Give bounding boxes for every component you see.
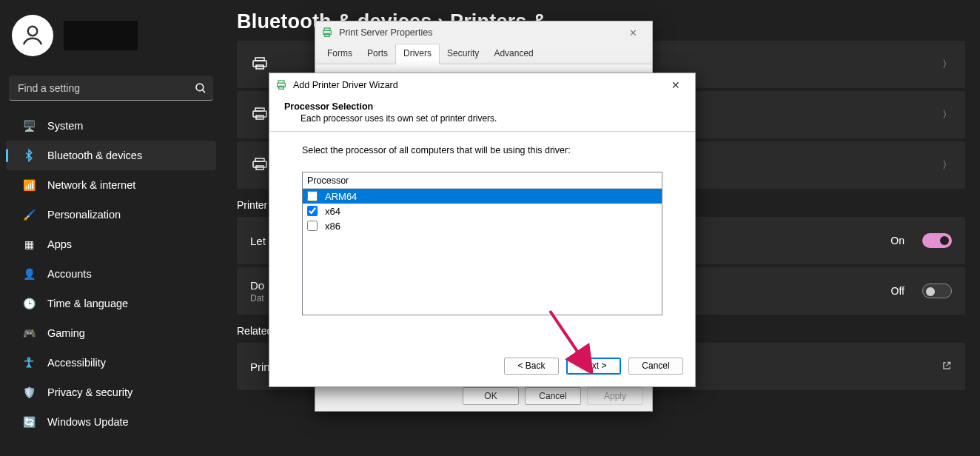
sidebar-item-accessibility[interactable]: Accessibility [6,348,216,378]
sidebar-item-label: Apps [47,238,72,250]
sidebar-item-label: Time & language [47,298,128,309]
processor-item-x64[interactable]: x64 [303,204,662,218]
network-icon: 📶 [22,178,36,192]
processor-label: x64 [325,206,340,217]
svg-point-1 [196,84,204,91]
svg-rect-10 [253,161,266,167]
wizard-back-button[interactable]: < Back [504,358,559,375]
processor-item-arm64[interactable]: ARM64 [303,189,662,204]
sidebar-item-gaming[interactable]: 🎮Gaming [6,318,216,348]
processor-label: x86 [325,221,340,232]
psp-tab-ports[interactable]: Ports [360,44,395,64]
printer-icon [250,57,271,72]
sidebar-item-update[interactable]: 🔄Windows Update [6,407,216,437]
printer-icon [275,79,287,91]
bluetooth-icon [22,149,36,162]
wizard-body: Select the processor of all computers th… [269,132,695,345]
search-row [9,76,213,101]
wizard-subheading: Each processor uses its own set of print… [301,113,680,124]
sidebar-item-label: System [47,120,83,132]
chevron-right-icon: 〉 [942,108,952,121]
wizard-title: Add Printer Driver Wizard [293,80,655,90]
psp-apply-button[interactable]: Apply [587,387,643,405]
avatar [12,15,53,56]
svg-rect-17 [279,86,284,89]
pref-row-1-toggle[interactable] [922,233,952,248]
processor-checkbox-arm64[interactable] [307,191,318,201]
processor-checkbox-x64[interactable] [307,206,318,216]
wizard-header: Processor Selection Each processor uses … [269,97,695,131]
accessibility-icon [22,356,36,369]
psp-tab-advanced[interactable]: Advanced [486,44,540,64]
sidebar-item-label: Bluetooth & devices [47,150,142,161]
wizard-titlebar[interactable]: Add Printer Driver Wizard ✕ [269,73,695,97]
sidebar-item-accounts[interactable]: 👤Accounts [6,259,216,289]
svg-rect-7 [253,111,266,117]
printer-icon [250,158,271,172]
psp-ok-button[interactable]: OK [463,387,519,405]
pref-row-2-sub: Dat [250,293,264,304]
timelang-icon: 🕒 [22,297,36,310]
sidebar-item-label: Personalization [47,209,121,221]
sidebar-item-label: Windows Update [47,416,129,428]
psp-close-button[interactable]: ✕ [620,27,646,38]
sidebar-item-network[interactable]: 📶Network & internet [6,170,216,200]
sidebar-item-system[interactable]: 🖥️System [6,111,216,141]
add-printer-driver-wizard-window: Add Printer Driver Wizard ✕ Processor Se… [269,73,696,387]
svg-point-2 [28,358,30,360]
pref-row-2-toggle-label: Off [891,285,905,297]
processor-checkbox-x86[interactable] [307,221,318,231]
processor-listbox[interactable]: Processor ARM64x64x86 [302,172,662,315]
sidebar-item-label: Network & internet [47,179,135,191]
sidebar-item-privacy[interactable]: 🛡️Privacy & security [6,378,216,407]
chevron-right-icon: 〉 [942,58,952,71]
chevron-right-icon: 〉 [942,158,952,172]
psp-tabs: FormsPortsDriversSecurityAdvanced [315,44,652,64]
wizard-close-button[interactable]: ✕ [661,75,691,95]
pref-row-1-toggle-label: On [890,235,905,247]
wizard-heading: Processor Selection [284,101,680,112]
privacy-icon: 🛡️ [22,386,36,399]
printer-icon [250,107,271,122]
processor-item-x86[interactable]: x86 [303,218,662,233]
processor-column-header[interactable]: Processor [303,172,662,189]
sidebar-item-label: Gaming [47,327,85,339]
accounts-icon: 👤 [22,267,36,281]
profile-row[interactable] [0,6,222,65]
psp-tab-drivers[interactable]: Drivers [395,44,440,64]
pref-row-2-toggle[interactable] [922,284,952,298]
system-icon: 🖥️ [22,119,36,133]
wizard-cancel-button[interactable]: Cancel [628,358,683,375]
psp-tab-security[interactable]: Security [440,44,486,64]
profile-name-redacted [64,21,138,50]
sidebar-item-label: Privacy & security [47,386,132,398]
psp-tab-forms[interactable]: Forms [320,44,360,64]
user-icon [19,22,46,49]
gaming-icon: 🎮 [22,326,36,340]
processor-label: ARM64 [325,191,357,202]
sidebar-item-timelang[interactable]: 🕒Time & language [6,289,216,318]
svg-rect-4 [253,61,266,67]
sidebar-item-apps[interactable]: ▦Apps [6,229,216,259]
sidebar: 🖥️SystemBluetooth & devices📶Network & in… [0,0,222,456]
sidebar-item-bluetooth[interactable]: Bluetooth & devices [6,141,216,170]
apps-icon: ▦ [22,238,36,251]
external-link-icon [942,361,952,373]
sidebar-item-label: Accounts [47,268,92,280]
wizard-instruction: Select the processor of all computers th… [302,145,662,155]
psp-cancel-button[interactable]: Cancel [525,387,581,405]
printer-icon [321,27,333,38]
update-icon: 🔄 [22,415,36,429]
sidebar-item-personalization[interactable]: 🖌️Personalization [6,200,216,229]
psp-title: Print Server Properties [339,27,614,38]
wizard-next-button[interactable]: Next > [566,358,621,375]
nav-list: 🖥️SystemBluetooth & devices📶Network & in… [0,111,222,437]
wizard-button-row: < Back Next > Cancel [269,345,695,386]
search-icon[interactable] [194,81,207,95]
svg-point-0 [28,27,38,36]
psp-titlebar[interactable]: Print Server Properties ✕ [315,21,652,44]
personalization-icon: 🖌️ [22,208,36,221]
search-input[interactable] [9,76,213,101]
sidebar-item-label: Accessibility [47,357,106,369]
